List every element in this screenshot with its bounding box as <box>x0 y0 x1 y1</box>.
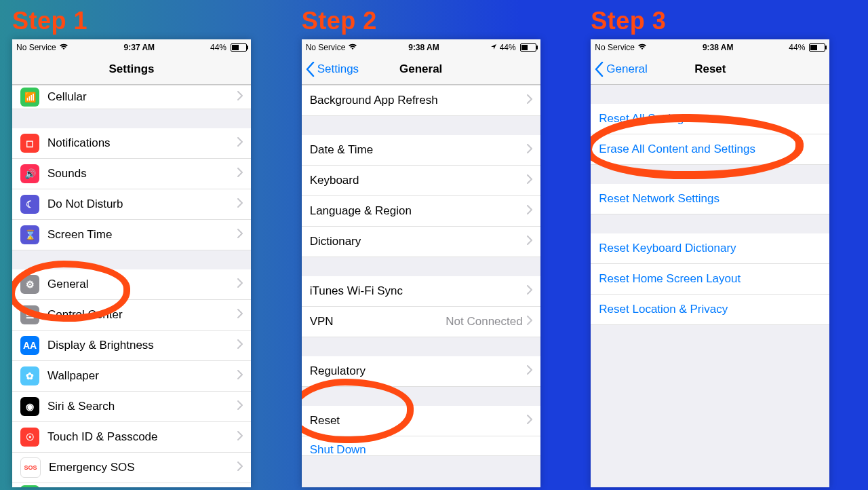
row-label: Regulatory <box>310 364 527 378</box>
row-label: Dictionary <box>310 235 527 248</box>
settings-row-wallpaper[interactable]: ✿Wallpaper <box>12 361 251 392</box>
notifications-icon: ◻ <box>20 134 39 153</box>
chevron-right-icon <box>237 430 243 444</box>
row-label: Erase All Content and Settings <box>599 143 821 156</box>
row-label: Date & Time <box>310 143 527 157</box>
battery-icon <box>809 43 825 52</box>
settings-row-vpn[interactable]: VPNNot Connected <box>302 307 540 337</box>
row-label: Notifications <box>47 136 237 150</box>
wifi-icon <box>348 43 357 52</box>
step-1-label: Step 1 <box>12 7 87 35</box>
carrier-text: No Service <box>16 43 56 52</box>
control-center-icon: ☰ <box>20 305 39 324</box>
settings-row-sounds[interactable]: 🔊Sounds <box>12 159 251 189</box>
settings-row-keyboard[interactable]: Keyboard <box>302 166 540 196</box>
chevron-right-icon <box>527 235 532 248</box>
settings-row-reset-location-privacy[interactable]: Reset Location & Privacy <box>591 295 829 325</box>
back-button[interactable]: General <box>595 54 647 84</box>
settings-row-display-brightness[interactable]: AADisplay & Brightness <box>12 331 251 361</box>
wifi-icon <box>59 43 68 52</box>
row-label: Emergency SOS <box>49 461 237 474</box>
row-label: Reset Location & Privacy <box>599 303 821 316</box>
sounds-icon: 🔊 <box>20 164 39 183</box>
carrier-text: No Service <box>306 43 346 52</box>
settings-row-shut-down[interactable]: Shut Down <box>302 436 540 456</box>
chevron-right-icon <box>527 143 532 157</box>
settings-row-itunes-wi-fi-sync[interactable]: iTunes Wi-Fi Sync <box>302 276 540 307</box>
row-label: iTunes Wi-Fi Sync <box>310 284 527 298</box>
chevron-right-icon <box>527 94 532 107</box>
row-label: Reset Keyboard Dictionary <box>599 242 821 255</box>
chevron-right-icon <box>527 284 532 298</box>
settings-row-cellular[interactable]: 📶Cellular <box>12 85 251 109</box>
chevron-right-icon <box>527 364 532 378</box>
carrier-text: No Service <box>595 43 635 52</box>
settings-row-general[interactable]: ⚙General <box>12 269 251 300</box>
touch-id-passcode-icon: ☉ <box>20 428 39 447</box>
settings-row-notifications[interactable]: ◻Notifications <box>12 128 251 159</box>
settings-row-reset-keyboard-dictionary[interactable]: Reset Keyboard Dictionary <box>591 233 829 264</box>
battery-pct: 44% <box>789 43 805 52</box>
row-label: Reset <box>310 414 527 428</box>
settings-row-reset-all-settings[interactable]: Reset All Settings <box>591 104 829 134</box>
row-value: Not Connected <box>446 315 522 328</box>
chevron-right-icon <box>237 167 243 181</box>
step-3-label: Step 3 <box>591 7 666 35</box>
row-label: Sounds <box>47 167 237 181</box>
settings-row-siri-search[interactable]: ◉Siri & Search <box>12 392 251 422</box>
siri-search-icon: ◉ <box>20 397 39 416</box>
battery-pct: 44% <box>210 43 226 52</box>
row-label: Reset Network Settings <box>599 192 821 206</box>
back-button[interactable]: Settings <box>306 54 359 84</box>
settings-row-touch-id-passcode[interactable]: ☉Touch ID & Passcode <box>12 422 251 453</box>
emergency-sos-icon: SOS <box>20 457 41 478</box>
settings-row-control-center[interactable]: ☰Control Center <box>12 300 251 331</box>
settings-row-dictionary[interactable]: Dictionary <box>302 227 540 257</box>
status-bar: No Service 9:38 AM 44% <box>302 39 540 54</box>
settings-row-reset-home-screen-layout[interactable]: Reset Home Screen Layout <box>591 264 829 295</box>
settings-row-language-region[interactable]: Language & Region <box>302 196 540 227</box>
row-label: Background App Refresh <box>310 94 527 107</box>
row-label: Reset All Settings <box>599 112 821 126</box>
chevron-right-icon <box>237 197 243 211</box>
do-not-disturb-icon: ☾ <box>20 195 39 214</box>
chevron-right-icon <box>237 136 243 150</box>
chevron-right-icon <box>527 174 532 187</box>
chevron-right-icon <box>237 339 243 352</box>
battery-icon <box>520 43 536 52</box>
chevron-right-icon <box>237 278 243 291</box>
settings-row-reset[interactable]: Reset <box>302 406 540 436</box>
chevron-right-icon <box>237 228 243 242</box>
settings-row-row[interactable] <box>12 483 251 487</box>
row-label: Keyboard <box>310 174 527 187</box>
nav-bar: Settings <box>12 54 251 85</box>
location-icon <box>490 43 497 52</box>
wifi-icon <box>637 43 647 52</box>
row-label: General <box>47 278 237 291</box>
phone-reset: No Service 9:38 AM 44% General Reset Res… <box>591 39 829 487</box>
page-title: Reset <box>694 62 726 76</box>
row-label: Display & Brightness <box>47 339 237 352</box>
settings-row-erase-all-content-and-settings[interactable]: Erase All Content and Settings <box>591 134 829 165</box>
row-label: Cellular <box>47 90 237 104</box>
row-label: Wallpaper <box>47 369 237 383</box>
settings-row-do-not-disturb[interactable]: ☾Do Not Disturb <box>12 189 251 220</box>
settings-row-screen-time[interactable]: ⌛Screen Time <box>12 220 251 250</box>
phone-general: No Service 9:38 AM 44% Settings General … <box>302 39 540 487</box>
clock: 9:38 AM <box>703 43 734 52</box>
row-label: Touch ID & Passcode <box>47 430 237 444</box>
phone-settings: No Service 9:37 AM 44% Settings 📶Cellula… <box>12 39 251 487</box>
settings-row-background-app-refresh[interactable]: Background App Refresh <box>302 85 540 116</box>
clock: 9:37 AM <box>124 43 155 52</box>
step-2-label: Step 2 <box>302 7 377 35</box>
row-label: Language & Region <box>310 204 527 218</box>
status-bar: No Service 9:37 AM 44% <box>12 39 251 54</box>
settings-row-date-time[interactable]: Date & Time <box>302 135 540 166</box>
settings-row-emergency-sos[interactable]: SOSEmergency SOS <box>12 453 251 483</box>
settings-row-reset-network-settings[interactable]: Reset Network Settings <box>591 184 829 214</box>
nav-bar: Settings General <box>302 54 540 85</box>
settings-row-regulatory[interactable]: Regulatory <box>302 356 540 387</box>
row-label: Do Not Disturb <box>47 197 237 211</box>
display-brightness-icon: AA <box>20 336 39 355</box>
chevron-right-icon <box>237 90 243 104</box>
